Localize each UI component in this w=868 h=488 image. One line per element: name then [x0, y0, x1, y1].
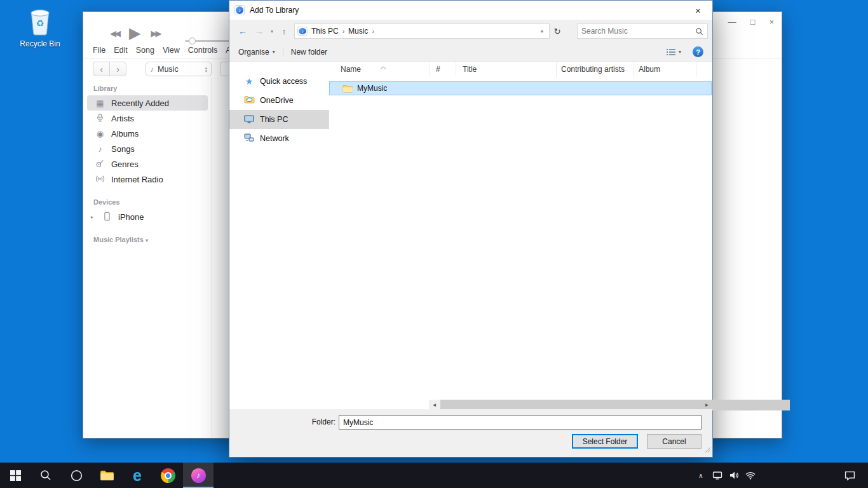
refresh-icon[interactable]: ↻ — [550, 27, 565, 36]
menu-view[interactable]: View — [163, 46, 180, 55]
breadcrumb-this-pc[interactable]: This PC — [308, 27, 342, 36]
back-button[interactable]: ‹ — [93, 62, 110, 76]
start-button[interactable] — [0, 463, 31, 488]
itunes-taskbar-button[interactable]: ♪ — [183, 463, 214, 488]
taskbar-search-button[interactable] — [31, 463, 61, 488]
address-dropdown-icon[interactable]: ▾ — [537, 29, 547, 34]
dialog-titlebar[interactable]: ♪ Add To Library × — [229, 1, 712, 20]
cortana-icon — [71, 470, 83, 482]
playback-controls: ◀◀ ▶ ▶▶ — [110, 22, 159, 44]
breadcrumb-separator-icon[interactable]: › — [372, 28, 374, 35]
dialog-body: ★ Quick access OneDrive This PC Network — [229, 62, 712, 410]
sidebar-item-iphone[interactable]: ▸ iPhone — [87, 209, 208, 224]
recycle-bin-shortcut[interactable]: ♻ Recycle Bin — [17, 5, 64, 48]
edge-button[interactable]: e — [122, 463, 153, 488]
column-header-contributing-artists[interactable]: Contributing artists — [557, 62, 634, 77]
dialog-footer: Folder: Select Folder Cancel — [229, 409, 712, 457]
nav-item-label: Network — [260, 134, 289, 143]
sidebar-item-internet-radio[interactable]: Internet Radio — [87, 172, 208, 187]
add-to-library-dialog: ♪ Add To Library × ← → ▾ ↑ ♪ This PC › M… — [229, 0, 713, 458]
nav-item-label: This PC — [260, 115, 288, 124]
file-list: Name # Title Contributing artists Album … — [329, 62, 712, 410]
column-headers: Name # Title Contributing artists Album — [329, 62, 712, 77]
sidebar-item-recently-added[interactable]: ▦ Recently Added — [87, 95, 208, 111]
search-input[interactable] — [578, 27, 695, 36]
organise-button[interactable]: Organise ▾ — [238, 48, 275, 57]
media-kind-picker[interactable]: ♪ Music ▴ ▾ — [146, 62, 212, 76]
menu-file[interactable]: File — [93, 46, 105, 55]
resize-grip[interactable] — [705, 444, 711, 456]
forward-button[interactable]: › — [109, 62, 126, 76]
minimize-icon[interactable]: — — [728, 17, 736, 27]
network-icon — [243, 133, 255, 144]
itunes-menubar: File Edit Song View Controls Ac — [93, 46, 235, 55]
details-view-icon — [666, 48, 676, 56]
address-bar[interactable]: ♪ This PC › Music › ▾ — [294, 24, 550, 39]
column-header-album[interactable]: Album — [634, 62, 696, 77]
chrome-icon — [161, 468, 175, 483]
sidebar-item-label: Albums — [111, 129, 139, 139]
sidebar-item-label: iPhone — [118, 212, 144, 222]
folder-name-input[interactable] — [339, 415, 702, 430]
volume-icon[interactable] — [726, 463, 742, 488]
navigation-pane: ★ Quick access OneDrive This PC Network — [229, 62, 329, 410]
menu-song[interactable]: Song — [136, 46, 154, 55]
nav-item-this-pc[interactable]: This PC — [229, 110, 329, 129]
folder-field-label: Folder: — [268, 417, 336, 426]
action-center-button[interactable] — [835, 463, 864, 488]
file-row-mymusic[interactable]: MyMusic — [329, 81, 712, 95]
rewind-button[interactable]: ◀◀ — [110, 29, 119, 38]
sidebar-item-artists[interactable]: Artists — [87, 111, 208, 126]
sidebar-item-label: Recently Added — [111, 98, 169, 108]
menu-edit[interactable]: Edit — [114, 46, 128, 55]
new-folder-button[interactable]: New folder — [291, 48, 327, 57]
recycle-bin-label: Recycle Bin — [17, 39, 64, 48]
dialog-toolbar: Organise ▾ New folder ▾ ? — [229, 43, 712, 62]
forward-icon: → — [251, 26, 268, 36]
chevron-down-icon[interactable]: ▾ — [146, 238, 148, 243]
back-icon[interactable]: ← — [234, 26, 251, 36]
column-header-number[interactable]: # — [430, 62, 456, 77]
toolbar-divider — [283, 47, 283, 57]
folder-icon — [342, 85, 353, 93]
chevron-left-icon: ‹ — [100, 64, 103, 74]
sidebar-item-albums[interactable]: ◉ Albums — [87, 126, 208, 141]
recent-locations-icon[interactable]: ▾ — [268, 29, 276, 34]
window-controls: — □ × — [728, 17, 774, 27]
nav-item-onedrive[interactable]: OneDrive — [229, 91, 329, 110]
history-buttons: ‹ › — [93, 62, 126, 76]
sidebar-item-songs[interactable]: ♪ Songs — [87, 141, 208, 156]
up-one-level-icon[interactable]: ↑ — [276, 27, 292, 36]
microphone-icon — [95, 113, 105, 123]
help-button[interactable]: ? — [693, 46, 703, 57]
close-icon[interactable]: × — [684, 1, 712, 20]
cancel-button[interactable]: Cancel — [647, 434, 702, 449]
sidebar-item-genres[interactable]: Genres — [87, 156, 208, 172]
tray-hardware-icon[interactable] — [709, 463, 726, 488]
maximize-icon[interactable]: □ — [750, 17, 756, 27]
itunes-app-icon: ♪ — [234, 5, 245, 15]
devices-header: Devices — [93, 198, 201, 206]
sort-ascending-icon — [380, 62, 386, 71]
breadcrumb-music[interactable]: Music — [344, 27, 372, 36]
play-button[interactable]: ▶ — [129, 24, 140, 42]
column-header-title[interactable]: Title — [456, 62, 557, 77]
nav-item-network[interactable]: Network — [229, 129, 329, 148]
menu-controls[interactable]: Controls — [188, 46, 218, 55]
nav-item-quick-access[interactable]: ★ Quick access — [229, 72, 329, 91]
album-icon: ◉ — [95, 130, 105, 138]
cortana-button[interactable] — [61, 463, 92, 488]
chrome-button[interactable] — [153, 463, 183, 488]
select-folder-button[interactable]: Select Folder — [572, 434, 638, 449]
disclosure-icon[interactable]: ▸ — [88, 214, 96, 220]
search-icon[interactable] — [695, 27, 703, 36]
file-explorer-button[interactable] — [92, 463, 122, 488]
wifi-icon[interactable] — [742, 463, 759, 488]
volume-slider-knob[interactable] — [189, 37, 196, 44]
edge-icon: e — [133, 468, 142, 484]
hidden-icons-chevron-icon[interactable]: ∧ — [693, 463, 709, 488]
fast-forward-button[interactable]: ▶▶ — [151, 29, 159, 38]
search-box[interactable] — [577, 24, 708, 39]
change-view-button[interactable]: ▾ — [666, 48, 681, 56]
close-icon[interactable]: × — [769, 17, 774, 27]
